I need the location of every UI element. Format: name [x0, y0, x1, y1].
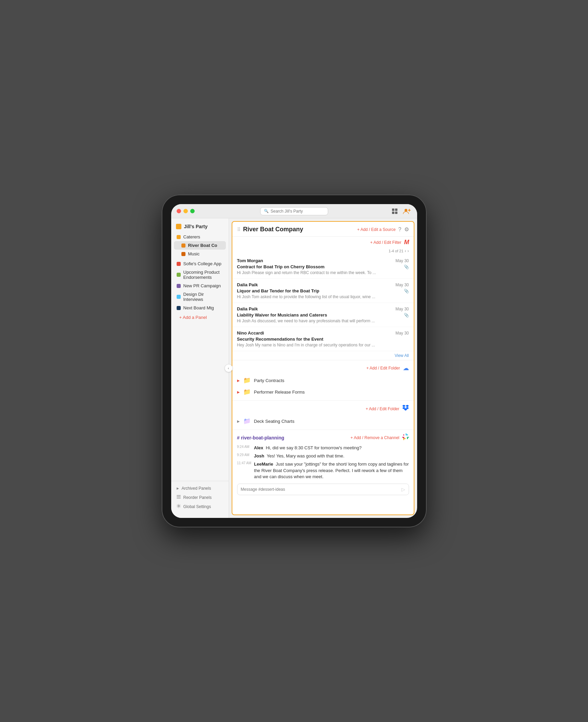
- grid-icon[interactable]: [390, 206, 399, 216]
- svg-rect-2: [392, 212, 394, 214]
- sidebar-item-river-boat-co[interactable]: River Boat Co: [174, 241, 226, 250]
- slack-message-text: LeeMarie Just saw your "jottings" for th…: [254, 461, 409, 480]
- dot-icon: [177, 284, 181, 288]
- slack-input-area[interactable]: ▷: [237, 484, 409, 495]
- collapse-sidebar-button[interactable]: ‹: [225, 364, 233, 372]
- email-sender: Nino Accardi: [237, 330, 264, 336]
- dot-icon: [177, 306, 181, 310]
- minimize-button[interactable]: [183, 209, 188, 213]
- add-edit-folder-button-2[interactable]: + Add / Edit Folder: [366, 407, 399, 411]
- email-preview: Hi Josh As discussed, we need to have an…: [237, 319, 409, 323]
- add-remove-channel-button[interactable]: + Add / Remove a Channel: [351, 435, 399, 440]
- slack-user: LeeMarie: [254, 462, 273, 467]
- folder-icon: 📁: [243, 417, 251, 425]
- email-item[interactable]: Dalia Paik May 30 Liability Waiver for M…: [232, 303, 414, 327]
- device-screen: 🔍: [171, 204, 417, 518]
- sidebar-item-label: Music: [188, 251, 200, 256]
- email-item[interactable]: Tom Morgan May 30 Contract for Boat Trip…: [232, 255, 414, 279]
- party-icon: [176, 224, 181, 229]
- search-bar[interactable]: 🔍: [260, 207, 328, 215]
- archived-panels-label: Archived Panels: [182, 486, 211, 491]
- help-icon[interactable]: ?: [398, 227, 402, 233]
- svg-rect-21: [403, 439, 404, 440]
- search-input[interactable]: [271, 209, 324, 214]
- folder-toolbar-2: + Add / Edit Folder: [232, 403, 414, 415]
- svg-rect-12: [402, 437, 403, 438]
- folder-item[interactable]: ▶ 📁 Performer Release Forms: [232, 386, 414, 398]
- sidebar-item-reorder-panels[interactable]: Reorder Panels: [174, 493, 226, 502]
- sidebar-item-design-dir-interviews[interactable]: Design Dir Interviews: [174, 290, 226, 304]
- sidebar-item-new-pr-campaign[interactable]: New PR Campaign: [174, 282, 226, 290]
- sidebar-group-caterers: Caterers River Boat Co Music: [174, 233, 226, 258]
- slack-section: # river-boat-planning + Add / Remove a C…: [232, 430, 414, 495]
- email-item[interactable]: Nino Accardi May 30 Security Recommendat…: [232, 327, 414, 351]
- prev-page-button[interactable]: ‹: [405, 249, 406, 253]
- next-page-button[interactable]: ›: [408, 249, 409, 253]
- add-edit-source-button[interactable]: + Add / Edit a Source: [357, 227, 396, 232]
- maximize-button[interactable]: [190, 209, 195, 213]
- slack-time: 11:47 AM: [237, 461, 251, 480]
- dot-icon: [177, 273, 181, 277]
- svg-rect-8: [177, 497, 181, 497]
- device-frame: 🔍: [162, 195, 427, 527]
- folder-name: Deck Seating Charts: [254, 419, 295, 424]
- email-subject: Security Recommendations for the Event: [237, 337, 409, 342]
- person-add-icon[interactable]: [402, 206, 412, 216]
- panel-settings-icon[interactable]: ⚙: [404, 226, 409, 233]
- attachment-icon: 📎: [404, 265, 409, 269]
- drag-handle[interactable]: ⠿: [237, 227, 240, 232]
- sidebar-header[interactable]: Jill's Party: [171, 222, 229, 233]
- email-date: May 30: [395, 258, 409, 263]
- svg-rect-16: [407, 434, 408, 435]
- slack-message-row: 11:47 AM LeeMarie Just saw your "jotting…: [232, 460, 414, 481]
- titlebar-icons: [390, 206, 412, 216]
- sidebar-title: Jill's Party: [184, 224, 208, 229]
- dot-icon: [177, 235, 181, 239]
- sidebar-item-sofies-college-app[interactable]: Sofie's College App: [174, 259, 226, 268]
- email-sender: Dalia Paik: [237, 306, 258, 311]
- search-icon: 🔍: [264, 209, 269, 213]
- triangle-icon: ▶: [177, 487, 179, 490]
- email-header: Nino Accardi May 30: [237, 330, 409, 336]
- attachment-icon: 📎: [404, 289, 409, 293]
- folder-item[interactable]: ▶ 📁 Party Contracts: [232, 375, 414, 386]
- view-all-button[interactable]: View All: [232, 351, 414, 360]
- svg-rect-7: [177, 495, 181, 496]
- dot-icon: [177, 262, 181, 266]
- add-edit-filter-button[interactable]: + Add / Edit Filter: [370, 240, 402, 245]
- email-subject: Contract for Boat Trip on Cherry Blossom: [237, 264, 402, 269]
- email-header: Dalia Paik May 30: [237, 306, 409, 311]
- close-button[interactable]: [177, 209, 181, 213]
- svg-rect-15: [406, 433, 407, 434]
- slack-message-text: Josh Yes! Yes, Mary was good with that t…: [254, 453, 344, 459]
- sidebar-item-upcoming-product[interactable]: Upcoming Product Endorsements: [174, 268, 226, 282]
- sidebar-item-label: River Boat Co: [188, 243, 217, 248]
- panel-header: ⠿ River Boat Company + Add / Edit a Sour…: [232, 222, 414, 237]
- sidebar-item-next-board-mtg[interactable]: Next Board Mtg: [174, 304, 226, 312]
- folder-item[interactable]: ▶ 📁 Deck Seating Charts: [232, 415, 414, 427]
- slack-message-row: 9:29 AM Josh Yes! Yes, Mary was good wit…: [232, 452, 414, 460]
- email-pagination: 1-4 of 21 ‹ ›: [232, 248, 414, 255]
- email-preview: Hi Josh Tom asked me to provide the foll…: [237, 294, 409, 299]
- email-subject: Liquor and Bar Tender for the Boat Trip: [237, 288, 402, 293]
- sidebar-item-label: Caterers: [183, 234, 200, 239]
- send-message-button[interactable]: ▷: [402, 487, 405, 492]
- email-subject: Liability Waiver for Musicians and Cater…: [237, 312, 402, 318]
- sidebar-item-caterers[interactable]: Caterers: [174, 233, 226, 241]
- add-panel-button[interactable]: + Add a Panel: [174, 312, 226, 323]
- email-date: May 30: [395, 331, 409, 336]
- sidebar-items: Caterers River Boat Co Music: [171, 233, 229, 481]
- sidebar-item-music[interactable]: Music: [174, 250, 226, 258]
- folder-toolbar-1: + Add / Edit Folder ☁: [232, 363, 414, 375]
- slack-message-input[interactable]: [241, 487, 399, 492]
- add-edit-folder-button-1[interactable]: + Add / Edit Folder: [366, 366, 400, 371]
- folder-expand-icon[interactable]: ▶: [237, 390, 240, 394]
- folder-expand-icon[interactable]: ▶: [237, 419, 240, 423]
- slack-time: 9:29 AM: [237, 453, 251, 459]
- sidebar-item-archived-panels[interactable]: ▶ Archived Panels: [174, 484, 226, 493]
- email-item[interactable]: Dalia Paik May 30 Liquor and Bar Tender …: [232, 279, 414, 303]
- email-date: May 30: [395, 283, 409, 287]
- svg-rect-1: [395, 209, 397, 211]
- folder-expand-icon[interactable]: ▶: [237, 379, 240, 382]
- sidebar-item-global-settings[interactable]: Global Settings: [174, 502, 226, 511]
